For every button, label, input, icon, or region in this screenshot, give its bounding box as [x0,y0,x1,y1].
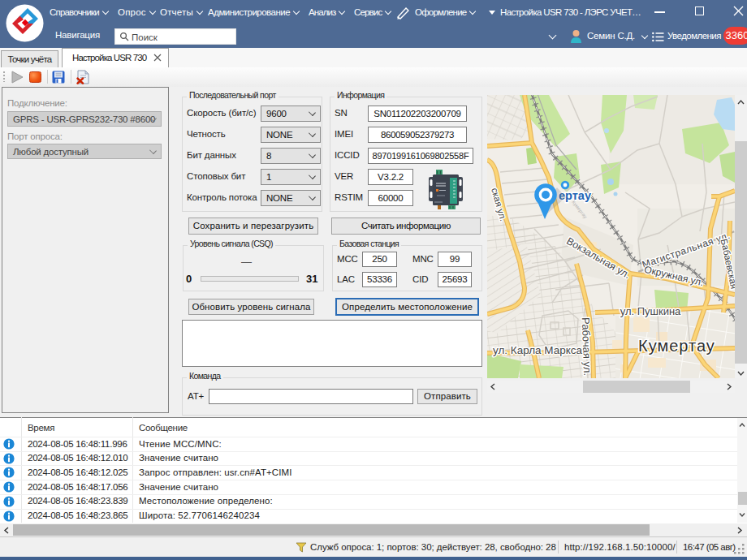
svg-text:Кумертау: Кумертау [571,200,588,219]
svg-text:Кумертау: Кумертау [638,337,715,355]
svg-text:ул. Пушкина: ул. Пушкина [620,305,681,317]
svg-text:ул. Карла Маркса: ул. Карла Маркса [493,344,583,356]
